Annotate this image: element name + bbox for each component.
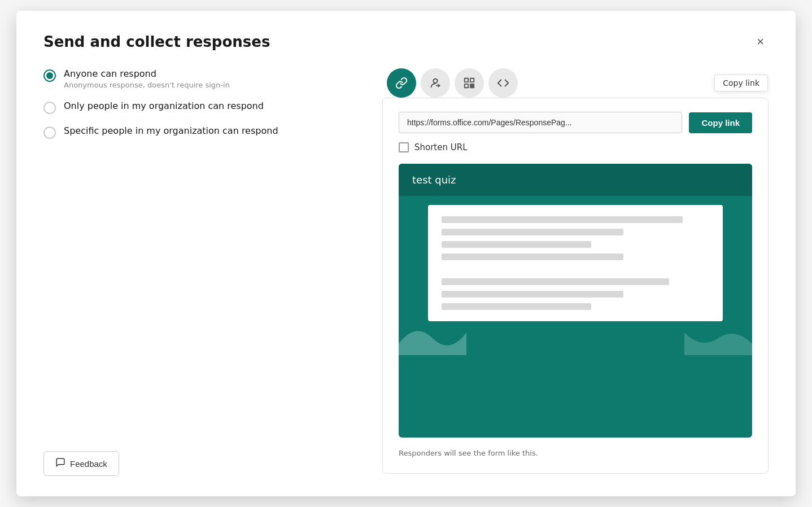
radio-item-anyone[interactable]: Anyone can respond Anonymous response, d…	[43, 68, 360, 89]
preview-line-4	[442, 253, 623, 260]
radio-label-org: Only people in my organization can respo…	[64, 100, 264, 111]
tab-share-button[interactable]	[421, 68, 450, 98]
preview-line-6	[442, 291, 623, 298]
shorten-url-row: Shorten URL	[399, 142, 752, 152]
svg-rect-2	[470, 78, 474, 82]
radio-main-anyone: Anyone can respond	[64, 68, 230, 79]
feedback-button[interactable]: Feedback	[43, 451, 119, 476]
radio-sub-anyone: Anonymous response, doesn't require sign…	[64, 81, 230, 89]
radio-main-org: Only people in my organization can respo…	[64, 100, 264, 111]
right-panel: Copy link Copy link Shorten URL test qui…	[382, 68, 769, 474]
preview-line-2	[442, 229, 623, 235]
tab-icons	[387, 68, 518, 98]
radio-circle-specific	[43, 126, 56, 139]
radio-circle-anyone	[43, 69, 56, 82]
svg-rect-7	[473, 84, 474, 86]
modal-body: Anyone can respond Anonymous response, d…	[43, 68, 769, 474]
preview-card: test quiz	[399, 164, 752, 438]
content-card: Copy link Copy link Shorten URL test qui…	[382, 98, 769, 474]
preview-spacer	[442, 266, 709, 273]
copy-link-button[interactable]: Copy link	[689, 112, 752, 133]
radio-item-org[interactable]: Only people in my organization can respo…	[43, 100, 360, 114]
modal-title: Send and collect responses	[43, 33, 270, 50]
url-input[interactable]	[399, 112, 682, 133]
svg-point-0	[433, 79, 437, 83]
preview-content-lines	[428, 205, 723, 321]
radio-label-specific: Specific people in my organization can r…	[64, 125, 278, 136]
left-panel: Anyone can respond Anonymous response, d…	[43, 68, 360, 474]
svg-rect-3	[465, 84, 468, 88]
svg-rect-4	[470, 84, 472, 86]
modal-header: Send and collect responses ×	[43, 33, 769, 50]
copy-link-tooltip: Copy link	[714, 75, 768, 91]
radio-label-anyone: Anyone can respond Anonymous response, d…	[64, 68, 230, 89]
tab-embed-button[interactable]	[488, 68, 518, 98]
svg-rect-1	[465, 78, 468, 82]
preview-body	[399, 196, 752, 355]
url-row: Copy link	[399, 112, 752, 133]
radio-group: Anyone can respond Anonymous response, d…	[43, 68, 360, 139]
responders-text: Responders will see the form like this.	[399, 449, 752, 457]
tab-link-button[interactable]	[387, 68, 416, 98]
svg-rect-5	[473, 86, 474, 88]
svg-rect-6	[470, 86, 472, 88]
shorten-url-checkbox[interactable]	[399, 142, 409, 152]
tab-qr-button[interactable]	[455, 68, 484, 98]
feedback-label: Feedback	[70, 459, 107, 469]
preview-line-5	[442, 278, 669, 285]
preview-line-3	[442, 241, 591, 248]
feedback-icon	[55, 457, 66, 470]
preview-line-1	[442, 216, 683, 223]
preview-title: test quiz	[399, 164, 752, 196]
radio-item-specific[interactable]: Specific people in my organization can r…	[43, 125, 360, 139]
close-button[interactable]: ×	[752, 33, 769, 50]
radio-main-specific: Specific people in my organization can r…	[64, 125, 278, 136]
send-collect-modal: Send and collect responses × Anyone can …	[16, 11, 796, 496]
radio-circle-org	[43, 102, 56, 114]
shorten-url-label: Shorten URL	[414, 142, 468, 152]
